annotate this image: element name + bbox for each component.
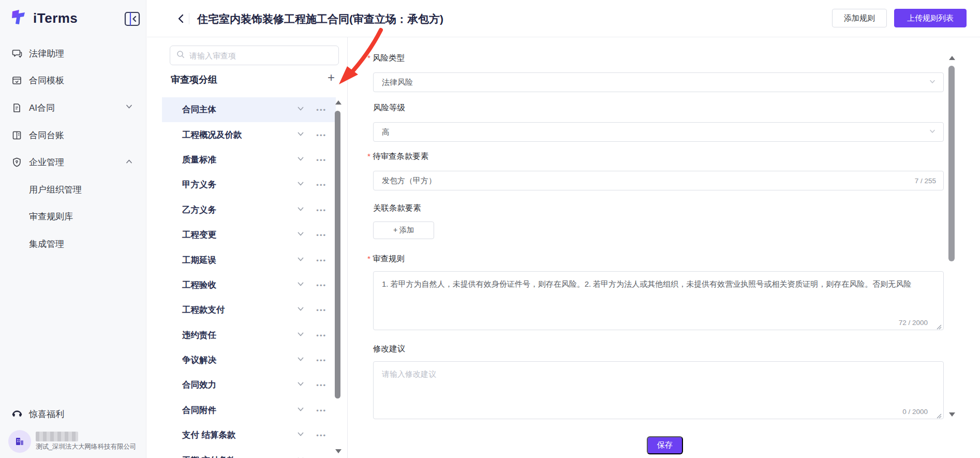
form-scroll-up-icon[interactable] bbox=[949, 56, 955, 60]
group-list-item[interactable]: 工期延误 ••• bbox=[162, 247, 336, 272]
group-list-item[interactable]: 争议解决 ••• bbox=[162, 348, 336, 373]
more-icon[interactable]: ••• bbox=[316, 231, 326, 239]
user-name-redacted bbox=[36, 432, 78, 441]
group-list-item[interactable]: 合同主体 ••• bbox=[162, 97, 336, 122]
iterms-logo-icon bbox=[10, 8, 28, 28]
group-list-item[interactable]: 合同效力 ••• bbox=[162, 373, 336, 397]
add-related-element-button[interactable]: + 添加 bbox=[373, 221, 434, 239]
groups-section-header: 审查项分组 + bbox=[171, 73, 341, 89]
surprise-benefits-icon bbox=[11, 407, 23, 421]
collapse-sidebar-icon[interactable] bbox=[124, 11, 141, 27]
resize-handle-icon[interactable] bbox=[936, 411, 942, 417]
more-icon[interactable]: ••• bbox=[316, 306, 326, 314]
group-list-item[interactable]: 工程验收 ••• bbox=[162, 273, 336, 298]
sidebar-item-label: 审查规则库 bbox=[29, 211, 73, 223]
group-label: 乙方义务 bbox=[182, 204, 216, 216]
sidebar-item-surprise-benefits[interactable]: 惊喜福利 bbox=[0, 406, 146, 422]
sidebar: iTerms 法律助理合同模板AI合同合同台账企业管理用户组织管理审查规则库集成… bbox=[0, 0, 146, 458]
chevron-down-icon[interactable] bbox=[296, 330, 305, 341]
group-label: 违约责任 bbox=[182, 330, 216, 341]
risk-type-select[interactable]: 法律风险 bbox=[373, 72, 944, 92]
upload-rules-button[interactable]: 上传规则列表 bbox=[894, 9, 967, 27]
list-scroll-down-icon[interactable] bbox=[335, 449, 341, 453]
sidebar-item-sub-7[interactable]: 集成管理 bbox=[0, 230, 146, 258]
sidebar-item-0[interactable]: 法律助理 bbox=[0, 40, 146, 67]
back-icon[interactable] bbox=[176, 13, 186, 24]
ledger-icon bbox=[11, 130, 29, 141]
chevron-down-icon[interactable] bbox=[296, 380, 305, 390]
group-list-item[interactable]: 工程款支付 ••• bbox=[162, 298, 336, 322]
sidebar-item-label: 惊喜福利 bbox=[29, 408, 64, 420]
list-scroll-up-icon[interactable] bbox=[335, 100, 341, 105]
sidebar-item-3[interactable]: 合同台账 bbox=[0, 122, 146, 149]
more-icon[interactable]: ••• bbox=[316, 156, 326, 164]
chat-icon bbox=[11, 48, 29, 59]
more-icon[interactable]: ••• bbox=[316, 406, 326, 414]
sidebar-item-1[interactable]: 合同模板 bbox=[0, 67, 146, 95]
sidebar-item-sub-6[interactable]: 审查规则库 bbox=[0, 203, 146, 231]
add-group-plus-icon[interactable]: + bbox=[328, 71, 335, 84]
more-icon[interactable]: ••• bbox=[316, 256, 326, 264]
sidebar-menu: 法律助理合同模板AI合同合同台账企业管理用户组织管理审查规则库集成管理 bbox=[0, 40, 146, 258]
chevron-down-icon bbox=[125, 103, 133, 113]
sidebar-item-sub-5[interactable]: 用户组织管理 bbox=[0, 176, 146, 203]
sidebar-item-2[interactable]: AI合同 bbox=[0, 94, 146, 122]
chevron-down-icon[interactable] bbox=[296, 430, 305, 440]
brand-name: iTerms bbox=[33, 10, 78, 26]
group-list-item[interactable]: 甲方义务 ••• bbox=[162, 172, 336, 197]
save-button[interactable]: 保存 bbox=[647, 436, 683, 454]
more-icon[interactable]: ••• bbox=[316, 181, 326, 189]
risk-level-select[interactable]: 高 bbox=[373, 122, 944, 142]
suggestion-textarea[interactable] bbox=[374, 362, 943, 419]
group-list-item[interactable]: 工程概况及价款 ••• bbox=[162, 122, 336, 147]
more-icon[interactable]: ••• bbox=[316, 432, 326, 439]
more-icon[interactable]: ••• bbox=[316, 131, 326, 139]
group-list-item[interactable]: 合同附件 ••• bbox=[162, 398, 336, 423]
form-scroll-down-icon[interactable] bbox=[949, 412, 955, 417]
account-entry[interactable]: 测试_深圳法大大网络科技有限公司 bbox=[8, 430, 143, 455]
clause-element-field[interactable]: 发包方（甲方） 7 / 255 bbox=[373, 171, 944, 190]
chevron-down-icon[interactable] bbox=[296, 230, 305, 240]
group-list-item[interactable]: 工程变更 ••• bbox=[162, 223, 336, 247]
sidebar-item-4[interactable]: 企业管理 bbox=[0, 149, 146, 176]
review-rule-textarea-wrap: 1. 若甲方为自然人，未提供有效身份证件号，则存在风险。2. 若甲方为法人或其他… bbox=[373, 271, 944, 330]
group-list-item[interactable]: 乙方义务 ••• bbox=[162, 198, 336, 223]
resize-handle-icon[interactable] bbox=[936, 322, 942, 328]
page-title: 住宅室内装饰装修工程施工合同(审查立场：承包方) bbox=[197, 12, 443, 26]
chevron-down-icon[interactable] bbox=[296, 155, 305, 165]
chevron-down-icon bbox=[929, 78, 936, 87]
group-list-item[interactable]: 支付 结算条款 ••• bbox=[162, 423, 336, 448]
chevron-down-icon[interactable] bbox=[296, 105, 305, 115]
search-input[interactable] bbox=[189, 51, 338, 60]
chevron-down-icon[interactable] bbox=[296, 405, 305, 416]
sidebar-item-label: AI合同 bbox=[29, 102, 55, 114]
more-icon[interactable]: ••• bbox=[316, 357, 326, 364]
chevron-down-icon[interactable] bbox=[296, 280, 305, 290]
app-root: iTerms 法律助理合同模板AI合同合同台账企业管理用户组织管理审查规则库集成… bbox=[0, 0, 980, 458]
chevron-down-icon[interactable] bbox=[296, 455, 305, 458]
chevron-down-icon[interactable] bbox=[296, 205, 305, 215]
sidebar-item-label: 合同模板 bbox=[29, 75, 64, 86]
group-list-item[interactable]: 违约责任 ••• bbox=[162, 323, 336, 348]
list-scrollbar-thumb[interactable] bbox=[335, 111, 340, 398]
chevron-down-icon[interactable] bbox=[296, 355, 305, 365]
sidebar-item-label: 法律助理 bbox=[29, 48, 64, 60]
more-icon[interactable]: ••• bbox=[316, 106, 326, 114]
company-avatar bbox=[8, 430, 31, 453]
more-icon[interactable]: ••• bbox=[316, 331, 326, 339]
more-icon[interactable]: ••• bbox=[316, 206, 326, 214]
more-icon[interactable]: ••• bbox=[316, 281, 326, 289]
group-list-item[interactable]: 工期 交付条款 ••• bbox=[162, 448, 336, 458]
chevron-down-icon[interactable] bbox=[296, 255, 305, 265]
review-rule-textarea[interactable]: 1. 若甲方为自然人，未提供有效身份证件号，则存在风险。2. 若甲方为法人或其他… bbox=[374, 272, 943, 330]
chevron-down-icon[interactable] bbox=[296, 130, 305, 140]
chevron-down-icon[interactable] bbox=[296, 305, 305, 315]
add-rule-button[interactable]: 添加规则 bbox=[832, 9, 887, 27]
group-list-item[interactable]: 质量标准 ••• bbox=[162, 147, 336, 172]
clause-element-label: *待审查条款要素 bbox=[367, 151, 429, 162]
risk-type-value: 法律风险 bbox=[382, 78, 413, 87]
more-icon[interactable]: ••• bbox=[316, 381, 326, 389]
chevron-down-icon[interactable] bbox=[296, 180, 305, 190]
review-rule-counter: 72 / 2000 bbox=[899, 319, 928, 327]
form-scrollbar-thumb[interactable] bbox=[948, 66, 955, 261]
